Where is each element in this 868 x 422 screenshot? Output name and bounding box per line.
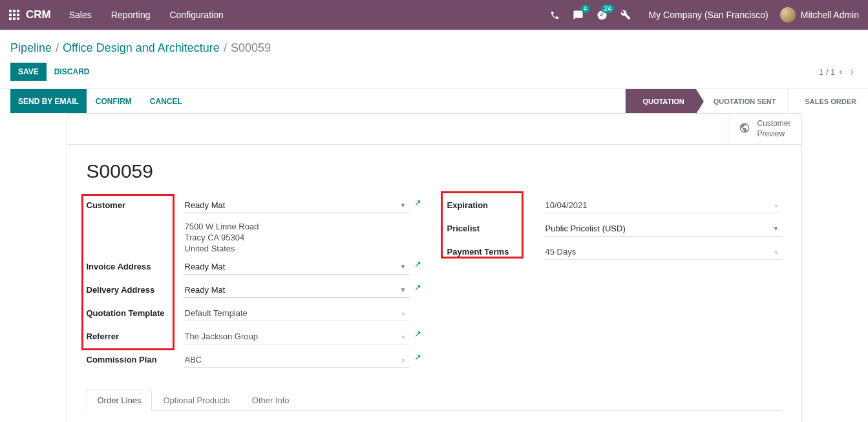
external-link-icon[interactable]: ↗ — [414, 259, 421, 275]
pricelist-field[interactable] — [544, 221, 782, 237]
menu-reporting[interactable]: Reporting — [111, 10, 151, 20]
step-sales-order[interactable]: SALES ORDER — [788, 89, 868, 113]
pager-next-icon[interactable]: › — [847, 63, 858, 80]
label-commission-plan: Commission Plan — [87, 352, 184, 364]
chevron-down-icon[interactable]: ▼ — [774, 203, 779, 209]
pager-prev-icon[interactable]: ‹ — [835, 63, 846, 80]
tabs: Order Lines Optional Products Other Info — [87, 390, 782, 411]
highlight-left — [81, 194, 175, 350]
customer-preview-label: Customer Preview — [757, 119, 790, 139]
debug-icon[interactable] — [620, 10, 631, 20]
chevron-down-icon[interactable]: ▼ — [774, 249, 779, 256]
svg-rect-8 — [17, 17, 19, 20]
top-navbar: CRM Sales Reporting Configuration 4 24 M… — [0, 0, 868, 30]
highlight-right — [441, 191, 524, 258]
status-steps: QUOTATION QUOTATION SENT SALES ORDER — [625, 89, 868, 113]
record-title: S00059 — [87, 160, 782, 182]
delivery-address-field[interactable] — [184, 282, 409, 298]
tab-optional-products[interactable]: Optional Products — [152, 390, 240, 411]
action-row: SAVE DISCARD 1 / 1 ‹ › — [0, 63, 868, 89]
pager-text: 1 / 1 — [819, 67, 835, 77]
right-column: Expiration ▼ Pricelist ▼ Payment Terms — [447, 198, 782, 375]
breadcrumb-opportunity[interactable]: Office Design and Architecture — [63, 41, 220, 55]
svg-rect-7 — [13, 17, 16, 20]
customer-preview-button[interactable]: Customer Preview — [728, 114, 801, 144]
svg-rect-2 — [17, 10, 19, 12]
company-switcher[interactable]: My Company (San Francisco) — [649, 10, 768, 20]
chevron-down-icon[interactable]: ▼ — [773, 225, 779, 232]
breadcrumb: Pipeline / Office Design and Architectur… — [0, 30, 868, 63]
menu-sales[interactable]: Sales — [69, 10, 92, 20]
svg-rect-6 — [9, 17, 12, 20]
svg-rect-4 — [13, 14, 16, 16]
save-button[interactable]: SAVE — [10, 63, 47, 81]
external-link-icon[interactable]: ↗ — [414, 329, 421, 344]
activity-badge: 24 — [601, 5, 613, 13]
user-avatar — [780, 7, 796, 23]
send-email-button[interactable]: SEND BY EMAIL — [10, 89, 87, 113]
step-quotation-sent[interactable]: QUOTATION SENT — [696, 89, 788, 113]
globe-icon — [739, 122, 750, 136]
tab-other-info[interactable]: Other Info — [241, 390, 301, 411]
tab-order-lines[interactable]: Order Lines — [87, 390, 153, 411]
address-line-1: 7500 W Linne Road — [184, 221, 421, 232]
chevron-down-icon[interactable]: ▼ — [400, 263, 407, 270]
customer-field[interactable] — [184, 198, 409, 213]
svg-rect-1 — [13, 10, 16, 12]
status-bar: SEND BY EMAIL CONFIRM CANCEL QUOTATION Q… — [0, 89, 868, 113]
external-link-icon[interactable]: ↗ — [414, 352, 421, 368]
breadcrumb-current: S00059 — [231, 41, 271, 55]
commission-plan-field[interactable] — [184, 352, 409, 368]
payment-terms-field[interactable] — [544, 244, 782, 260]
quotation-template-field[interactable] — [184, 306, 409, 321]
chevron-down-icon[interactable]: ▼ — [401, 311, 407, 317]
referrer-field[interactable] — [184, 329, 409, 344]
chevron-down-icon[interactable]: ▼ — [401, 334, 407, 341]
messages-icon[interactable]: 4 — [573, 10, 584, 21]
menu-configuration[interactable]: Configuration — [169, 10, 223, 20]
chevron-down-icon[interactable]: ▼ — [400, 202, 407, 209]
order-lines-table: Product Description Quantity UoM Unit Pr… — [87, 416, 782, 422]
user-menu[interactable]: Mitchell Admin — [780, 7, 859, 23]
pager: 1 / 1 ‹ › — [819, 63, 858, 80]
form-sheet: Customer Preview S00059 Customer ▼ ↗ — [67, 113, 802, 422]
external-link-icon[interactable]: ↗ — [414, 198, 421, 207]
chevron-down-icon[interactable]: ▼ — [401, 357, 407, 364]
user-name: Mitchell Admin — [801, 10, 859, 20]
invoice-address-field[interactable] — [184, 259, 409, 275]
address-line-3: United States — [184, 243, 421, 254]
address-line-2: Tracy CA 95304 — [184, 232, 421, 243]
confirm-button[interactable]: CONFIRM — [87, 97, 141, 106]
breadcrumb-pipeline[interactable]: Pipeline — [10, 41, 52, 55]
activity-icon[interactable]: 24 — [597, 10, 608, 21]
external-link-icon[interactable]: ↗ — [414, 282, 421, 298]
step-quotation[interactable]: QUOTATION — [625, 89, 695, 113]
chevron-down-icon[interactable]: ▼ — [400, 286, 407, 293]
expiration-field[interactable] — [544, 198, 782, 213]
sheet-buttons: Customer Preview — [67, 114, 801, 145]
cancel-button[interactable]: CANCEL — [141, 97, 191, 106]
apps-icon[interactable] — [9, 10, 19, 20]
svg-rect-0 — [9, 10, 12, 12]
svg-rect-3 — [9, 14, 12, 16]
discard-button[interactable]: DISCARD — [54, 63, 90, 81]
app-brand[interactable]: CRM — [26, 8, 51, 21]
phone-icon[interactable] — [550, 10, 560, 20]
messages-badge: 4 — [581, 5, 590, 13]
svg-rect-5 — [17, 14, 19, 16]
